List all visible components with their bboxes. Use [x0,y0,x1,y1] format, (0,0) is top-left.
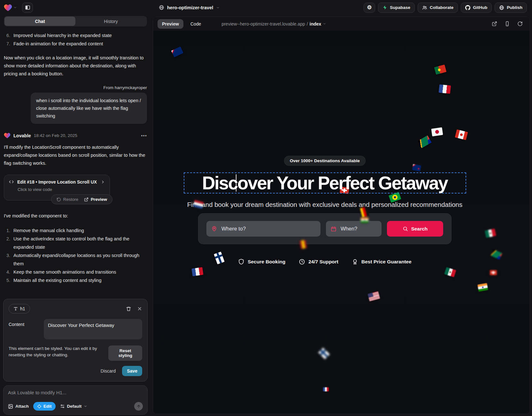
when-input-wrap[interactable] [326,221,382,237]
attach-button[interactable]: Attach [8,404,29,409]
flag-southafrica [418,135,432,148]
lovable-logo-menu[interactable] [4,4,17,11]
save-button[interactable]: Save [122,366,142,376]
feature-support: 24/7 Support [299,259,338,265]
site-title[interactable]: Discover Your Perfect Getaway [202,172,447,193]
shield-icon [238,259,244,265]
where-input[interactable] [221,226,316,232]
edit-version-card[interactable]: Edit #18 • Improve Location Scroll UX Cl… [4,175,110,200]
supabase-bolt-icon [382,5,387,10]
project-switcher[interactable]: hero-optimizer-travel [159,0,220,15]
discard-button[interactable]: Discard [101,368,116,374]
hero-section: Over 1000+ Destinations Available Discov… [184,156,466,265]
github-button[interactable]: GitHub [461,3,492,13]
message-author-label: From harrymckayroper [4,85,147,90]
close-panel-button[interactable] [137,306,142,311]
panel-left-icon [25,5,30,10]
message-timestamp: 18:42 on Feb 20, 2025 [34,133,77,138]
chat-panel: Chat History 6. Improved visual hierarch… [0,15,151,416]
chat-history-tabs: Chat History [4,16,147,26]
content-textarea[interactable]: Discover Your Perfect Getaway [44,319,142,339]
flag-finland [318,348,330,359]
preview-toolbar: Preview Code preview--hero-optimizer-tra… [153,17,530,31]
assistant-steps-list: 1. Remove the manual click handling 2. U… [4,226,147,284]
styling-note: This element can't be styled. You can ed… [9,345,108,358]
site-preview: Over 1000+ Destinations Available Discov… [153,31,530,414]
send-button[interactable] [134,402,143,411]
rotate-ccw-icon [57,197,61,202]
assistant-list-top: 6. Improved visual hierarchy in the expa… [4,31,147,48]
search-icon [403,226,408,231]
h1-selection-box[interactable]: Discover Your Perfect Getaway [184,172,466,193]
reset-styling-button[interactable]: Reset styling [108,345,142,361]
assistant-name: Lovable [13,133,31,138]
search-card: Search [198,213,451,244]
sidebar-toggle-button[interactable] [22,3,33,13]
tab-code[interactable]: Code [186,19,205,29]
people-icon [422,5,427,10]
flag-japan [431,127,443,136]
list-item: 4. Keep the same smooth animations and t… [4,268,147,276]
list-item: 1. Remove the manual click handling [4,226,147,235]
when-input[interactable] [341,226,377,232]
award-icon [352,259,358,265]
map-pin-icon [211,226,217,232]
chevron-right-icon [101,180,105,184]
calendar-icon [331,226,336,232]
tab-history[interactable]: History [75,17,146,26]
chat-input[interactable] [8,390,143,401]
flag-mexico [485,229,496,238]
open-in-new-tab-button[interactable] [492,21,497,26]
tab-chat[interactable]: Chat [4,17,75,26]
edit-card-title: Edit #18 • Improve Location Scroll UX [17,179,97,185]
code-icon [9,179,14,185]
chat-input-card: Attach Edit Default [3,385,148,415]
element-editor-panel: h1 Content Discover Your Perfect Getaway… [3,299,148,382]
supabase-button[interactable]: Supabase [378,3,415,13]
preview-shell: Preview Code preview--hero-optimizer-tra… [153,17,530,414]
flag-australia [171,46,184,57]
search-button[interactable]: Search [387,221,443,237]
message-menu-button[interactable]: ••• [141,133,147,138]
settings-button[interactable]: ⚙ [364,3,375,13]
publish-button[interactable]: Publish [495,3,527,13]
content-field-label: Content [9,319,39,339]
flag-canada [455,129,468,140]
flag-france [439,84,451,94]
edit-mode-pill[interactable]: Edit [33,402,56,411]
list-item: 2. Use the activeIndex state to control … [4,235,147,251]
where-input-wrap[interactable] [206,221,320,237]
restore-button[interactable]: Restore [57,197,78,202]
external-link-icon [84,197,89,202]
trash-icon [126,306,131,312]
chevron-down-icon [323,22,326,26]
delete-element-button[interactable] [126,306,131,312]
flag-portugal [434,64,446,75]
sliders-icon [60,404,65,409]
refresh-icon [517,21,523,26]
preview-version-button[interactable]: Preview [84,197,107,202]
element-tag-pill[interactable]: h1 [9,304,30,314]
default-mode-selector[interactable]: Default [60,404,88,409]
globe-icon [499,5,504,10]
chevron-down-icon [13,6,17,9]
restore-preview-pill: Restore Preview [51,194,112,204]
tab-preview[interactable]: Preview [158,19,183,29]
flag-southafrica [491,249,502,260]
crosshair-icon [37,404,42,409]
refresh-button[interactable] [517,21,523,26]
collaborate-button[interactable]: Collaborate [418,3,458,13]
flag-mexico [444,267,456,277]
preview-url[interactable]: preview--hero-optimizer-travel.lovable.a… [221,21,326,26]
feature-row: Secure Booking 24/7 Support Best Price G… [238,259,412,265]
destinations-badge: Over 1000+ Destinations Available [284,156,366,166]
flag-switzerland [490,270,497,275]
flag-france [191,267,203,276]
mobile-view-button[interactable] [505,21,510,26]
list-item: 6. Improved visual hierarchy in the expa… [4,31,147,40]
chat-scroll-area[interactable]: Chat History 6. Improved visual hierarch… [0,15,151,299]
text-caret [236,174,236,192]
image-icon [8,404,13,409]
clock-icon [299,259,305,265]
arrow-up-icon [136,404,141,409]
